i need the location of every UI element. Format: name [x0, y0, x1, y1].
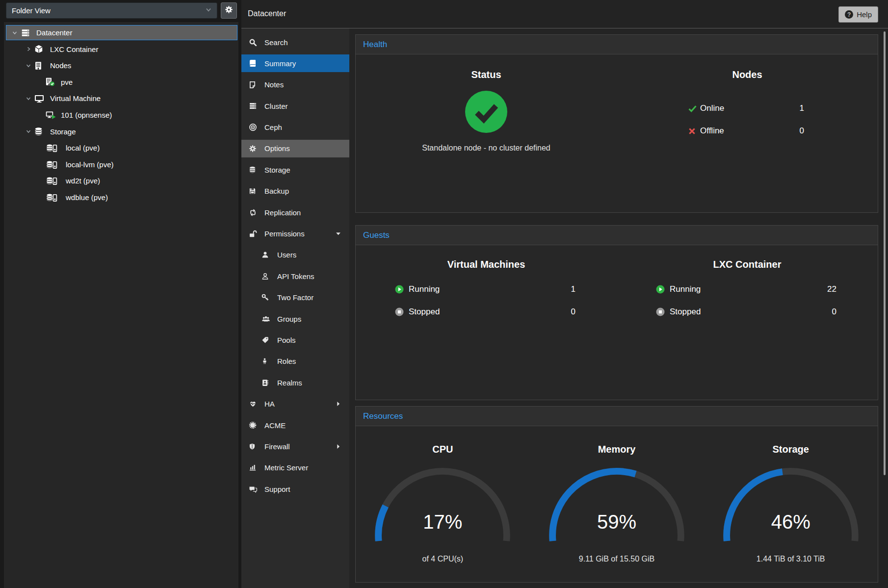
collapse-chevron-icon[interactable]: [10, 29, 19, 36]
menu-item-notes[interactable]: Notes: [241, 76, 349, 94]
storage-item-icon: [45, 177, 62, 185]
menu-item-two-factor[interactable]: Two Factor: [241, 289, 349, 307]
lxc-running-label: Running: [670, 284, 701, 294]
menu-item-acme[interactable]: ACME: [241, 416, 349, 434]
lxc-guests-column: LXC Container Running 22 Stopped 0: [617, 245, 878, 400]
menu-item-label: Groups: [277, 315, 301, 323]
menu-item-label: Users: [277, 251, 296, 259]
running-icon: [395, 285, 409, 294]
vm-heading: Virtual Machines: [356, 259, 617, 270]
view-mode-select[interactable]: Folder View: [6, 2, 217, 19]
menu-item-ceph[interactable]: Ceph: [241, 119, 349, 136]
node-online-icon: [45, 77, 57, 86]
memory-gauge: 59%: [549, 468, 684, 545]
floppy-icon: [249, 187, 259, 195]
menu-item-permissions[interactable]: Permissions: [241, 225, 349, 243]
help-button[interactable]: ? Help: [838, 6, 878, 23]
menu-item-label: Replication: [264, 208, 301, 217]
content-scrollbar[interactable]: [880, 28, 888, 588]
nodes-offline-label: Offline: [700, 126, 724, 136]
seal-icon: [249, 421, 259, 430]
menu-item-backup[interactable]: Backup: [241, 182, 349, 200]
tree-item-lxc-container[interactable]: LXC Container: [6, 42, 237, 57]
menu-item-options[interactable]: Options: [241, 140, 349, 157]
tree-item-storage-local-lvm[interactable]: local-lvm (pve): [6, 157, 237, 172]
menu-item-firewall[interactable]: Firewall: [241, 437, 349, 455]
menu-item-groups[interactable]: Groups: [241, 310, 349, 328]
vm-stopped-value: 0: [571, 307, 577, 317]
collapse-chevron-icon[interactable]: [24, 62, 33, 69]
menu-item-label: Permissions: [264, 230, 305, 238]
vm-stopped-label: Stopped: [409, 307, 440, 317]
tree-item-label: local (pve): [66, 144, 100, 152]
menu-item-label: Search: [264, 38, 288, 47]
page-title: Datacenter: [248, 9, 286, 18]
submenu-collapsed-icon[interactable]: [336, 401, 341, 407]
tree-item-nodes[interactable]: Nodes: [6, 58, 237, 73]
tree-item-vm-101[interactable]: 101 (opnsense): [6, 107, 237, 123]
heartbeat-icon: [249, 400, 259, 408]
user-outline-icon: [261, 272, 271, 281]
ceph-icon: [249, 123, 259, 131]
storage-sublabel: 1.44 TiB of 3.10 TiB: [704, 555, 878, 563]
health-section-title: Health: [356, 35, 878, 54]
menu-item-storage[interactable]: Storage: [241, 161, 349, 179]
menu-item-realms[interactable]: Realms: [241, 374, 349, 391]
submenu-expanded-icon[interactable]: [336, 231, 341, 236]
tree-toolbar: Folder View: [0, 0, 238, 22]
gear-icon: [249, 144, 259, 153]
tree-item-label: wd2t (pve): [66, 177, 100, 185]
collapse-chevron-icon[interactable]: [24, 128, 33, 135]
menu-item-api-tokens[interactable]: API Tokens: [241, 267, 349, 285]
sync-arrows-icon: [249, 208, 259, 217]
tree-item-label: Nodes: [50, 61, 71, 70]
menu-item-metric-server[interactable]: Metric Server: [241, 459, 349, 477]
key-icon: [261, 293, 271, 302]
collapse-chevron-icon[interactable]: [24, 95, 33, 102]
gear-icon: [225, 5, 233, 16]
tree-item-storage-wd2t[interactable]: wd2t (pve): [6, 173, 237, 188]
vm-guests-column: Virtual Machines Running 1 Stopped 0: [356, 245, 617, 400]
menu-item-label: Backup: [264, 187, 289, 195]
status-ok-icon: [465, 91, 507, 133]
tag-icon: [261, 336, 271, 344]
vm-running-row: Running 1: [395, 278, 577, 301]
tree-item-label: pve: [61, 78, 73, 86]
status-heading: Status: [356, 69, 617, 80]
submenu-collapsed-icon[interactable]: [336, 444, 341, 449]
menu-item-search[interactable]: Search: [241, 33, 349, 51]
menu-item-summary[interactable]: Summary: [241, 54, 349, 72]
server-stack-icon: [249, 102, 259, 110]
database-icon: [249, 166, 259, 174]
menu-item-users[interactable]: Users: [241, 246, 349, 264]
menu-item-label: Metric Server: [264, 463, 308, 472]
expand-chevron-icon[interactable]: [24, 46, 33, 52]
guests-panel: Guests Virtual Machines Running 1 Stoppe…: [355, 225, 878, 400]
menu-item-replication[interactable]: Replication: [241, 204, 349, 221]
tree-item-pve[interactable]: pve: [6, 75, 237, 90]
tree-item-label: wdblue (pve): [66, 193, 108, 202]
menu-item-pools[interactable]: Pools: [241, 331, 349, 349]
comments-icon: [249, 485, 259, 493]
memory-gauge-column: Memory 59% 9.11 GiB of 15.50 GiB: [530, 427, 704, 582]
menu-item-label: Summary: [264, 59, 296, 68]
storage-item-icon: [45, 193, 62, 202]
tree-item-label: 101 (opnsense): [61, 111, 112, 119]
menu-item-support[interactable]: Support: [241, 480, 349, 498]
tree-item-virtual-machine[interactable]: Virtual Machine: [6, 91, 237, 106]
stopped-icon: [656, 307, 670, 316]
storage-item-icon: [45, 160, 62, 169]
tree-item-datacenter[interactable]: Datacenter: [6, 25, 237, 40]
scrollbar-thumb[interactable]: [884, 31, 886, 475]
tree-item-storage-local[interactable]: local (pve): [6, 140, 237, 155]
tree-item-storage-wdblue[interactable]: wdblue (pve): [6, 190, 237, 205]
menu-item-ha[interactable]: HA: [241, 395, 349, 413]
tree-settings-button[interactable]: [221, 2, 237, 19]
menu-item-label: Realms: [277, 379, 302, 387]
nodes-heading: Nodes: [617, 69, 878, 80]
building-icon: [34, 61, 47, 70]
tree-item-storage[interactable]: Storage: [6, 124, 237, 139]
nodes-online-value: 1: [800, 103, 806, 113]
menu-item-roles[interactable]: Roles: [241, 353, 349, 370]
menu-item-cluster[interactable]: Cluster: [241, 97, 349, 115]
